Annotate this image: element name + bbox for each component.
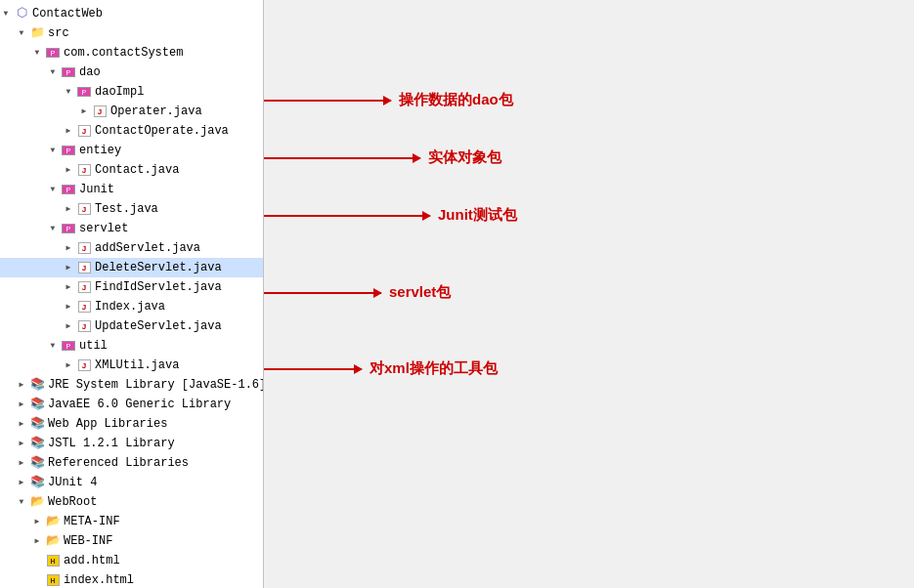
java-icon: J	[76, 201, 92, 217]
package-icon: P	[61, 221, 76, 236]
item-label: src	[48, 24, 69, 42]
toggle-icon[interactable]: ▶	[16, 418, 27, 430]
arrow-line	[264, 368, 362, 370]
java-icon: J	[76, 240, 92, 256]
toggle-icon[interactable]: ▶	[63, 242, 74, 254]
toggle-icon[interactable]: ▶	[16, 438, 27, 449]
annotation-3: servlet包	[264, 283, 451, 302]
tree-item-webapp[interactable]: ▶📚Web App Libraries	[0, 414, 263, 434]
toggle-icon[interactable]: ▶	[63, 320, 74, 332]
toggle-icon[interactable]: ▶	[16, 457, 27, 469]
java-icon: J	[76, 299, 92, 315]
item-label: FindIdServlet.java	[95, 278, 222, 296]
toggle-icon[interactable]: ▼	[47, 145, 59, 156]
item-label: JavaEE 6.0 Generic Library	[48, 396, 231, 413]
tree-item-operater.java[interactable]: ▶JOperater.java	[0, 102, 263, 121]
java-icon: J	[76, 260, 92, 275]
toggle-icon[interactable]: ▶	[63, 262, 74, 273]
package-icon: P	[61, 143, 76, 158]
item-label: Operater.java	[110, 103, 202, 120]
toggle-icon[interactable]: ▼	[47, 184, 59, 195]
item-label: servlet	[79, 220, 128, 237]
toggle-icon[interactable]: ▼	[47, 223, 59, 234]
package-icon: P	[61, 338, 76, 354]
tree-item-reflibs[interactable]: ▶📚Referenced Libraries	[0, 453, 263, 473]
toggle-icon[interactable]: ▼	[16, 27, 27, 39]
toggle-icon[interactable]: ▶	[16, 477, 27, 488]
tree-item-daoimpl[interactable]: ▼PdaoImpl	[0, 82, 263, 102]
lib-icon: 📚	[29, 377, 45, 393]
item-label: Junit	[79, 181, 114, 198]
toggle-icon[interactable]: ▶	[16, 379, 27, 391]
tree-item-junit[interactable]: ▼PJunit	[0, 180, 263, 199]
tree-item-jresystem[interactable]: ▶📚JRE System Library [JavaSE-1.6]	[0, 375, 263, 395]
lib-icon: 📚	[29, 455, 45, 471]
tree-item-index.java[interactable]: ▶JIndex.java	[0, 297, 263, 316]
lib-icon: 📚	[29, 436, 45, 451]
tree-item-findidservlet.java[interactable]: ▶JFindIdServlet.java	[0, 277, 263, 297]
lib-icon: 📚	[29, 416, 45, 432]
tree-item-javaee[interactable]: ▶📚JavaEE 6.0 Generic Library	[0, 395, 263, 414]
toggle-icon[interactable]: ▶	[63, 359, 74, 371]
tree-item-entiey[interactable]: ▼Pentiey	[0, 141, 263, 160]
java-icon: J	[76, 318, 92, 334]
toggle-icon[interactable]: ▶	[63, 125, 74, 137]
item-label: JRE System Library [JavaSE-1.6]	[48, 376, 264, 394]
tree-item-dao[interactable]: ▼Pdao	[0, 63, 263, 82]
tree-item-web-inf[interactable]: ▶📂WEB-INF	[0, 531, 263, 551]
toggle-icon[interactable]: ▼	[47, 340, 59, 352]
toggle-icon[interactable]: ▶	[63, 203, 74, 215]
toggle-icon[interactable]: ▶	[63, 301, 74, 313]
toggle-icon[interactable]	[31, 574, 43, 586]
annotation-text: Junit测试包	[438, 206, 517, 225]
tree-item-contact.java[interactable]: ▶JContact.java	[0, 160, 263, 180]
item-label: DeleteServlet.java	[95, 259, 222, 276]
java-icon: J	[76, 123, 92, 139]
java-icon: J	[92, 104, 108, 119]
package-icon: P	[45, 45, 61, 61]
tree-item-webroot[interactable]: ▼📂WebRoot	[0, 492, 263, 512]
project-tree: ▼⬡ContactWeb▼📁src▼Pcom.contactSystem▼Pda…	[0, 0, 264, 588]
tree-item-updateservlet.java[interactable]: ▶JUpdateServlet.java	[0, 316, 263, 336]
tree-item-junit4[interactable]: ▶📚JUnit 4	[0, 473, 263, 492]
item-label: util	[79, 337, 108, 355]
annotation-text: servlet包	[389, 283, 451, 302]
toggle-icon[interactable]: ▶	[31, 535, 43, 547]
toggle-icon[interactable]: ▶	[78, 105, 90, 117]
item-label: Test.java	[95, 200, 158, 218]
package-icon: P	[61, 64, 76, 80]
item-label: JUnit 4	[48, 474, 97, 491]
toggle-icon[interactable]: ▼	[16, 496, 27, 508]
tree-item-add.html[interactable]: Hadd.html	[0, 551, 263, 570]
toggle-icon[interactable]: ▼	[47, 66, 59, 78]
toggle-icon[interactable]: ▼	[31, 47, 43, 59]
toggle-icon[interactable]: ▶	[16, 399, 27, 410]
item-label: Index.java	[95, 298, 165, 315]
arrow-line	[264, 100, 391, 102]
tree-item-xmlutil.java[interactable]: ▶JXMLUtil.java	[0, 356, 263, 375]
project-icon: ⬡	[14, 6, 29, 21]
tree-item-util[interactable]: ▼Putil	[0, 336, 263, 356]
tree-item-test.java[interactable]: ▶JTest.java	[0, 199, 263, 219]
tree-item-index.html[interactable]: Hindex.html	[0, 570, 263, 588]
html-icon: H	[45, 572, 61, 588]
toggle-icon[interactable]	[31, 555, 43, 567]
toggle-icon[interactable]: ▶	[63, 164, 74, 176]
toggle-icon[interactable]: ▶	[63, 281, 74, 293]
item-label: WebRoot	[48, 493, 97, 511]
tree-item-meta-inf[interactable]: ▶📂META-INF	[0, 512, 263, 531]
tree-item-jstl[interactable]: ▶📚JSTL 1.2.1 Library	[0, 434, 263, 453]
tree-item-contactoperate.java[interactable]: ▶JContactOperate.java	[0, 121, 263, 141]
tree-item-deleteservlet.java[interactable]: ▶JDeleteServlet.java	[0, 258, 263, 277]
arrow-line	[264, 292, 381, 294]
toggle-icon[interactable]: ▼	[63, 86, 74, 98]
tree-item-addservlet.java[interactable]: ▶JaddServlet.java	[0, 238, 263, 258]
tree-item-src[interactable]: ▼📁src	[0, 23, 263, 43]
item-label: XMLUtil.java	[95, 357, 179, 374]
tree-item-servlet[interactable]: ▼Pservlet	[0, 219, 263, 238]
tree-item-contactweb[interactable]: ▼⬡ContactWeb	[0, 4, 263, 23]
folder-icon: 📂	[29, 494, 45, 510]
toggle-icon[interactable]: ▶	[31, 516, 43, 527]
toggle-icon[interactable]: ▼	[0, 8, 12, 20]
tree-item-com.contactsystem[interactable]: ▼Pcom.contactSystem	[0, 43, 263, 63]
